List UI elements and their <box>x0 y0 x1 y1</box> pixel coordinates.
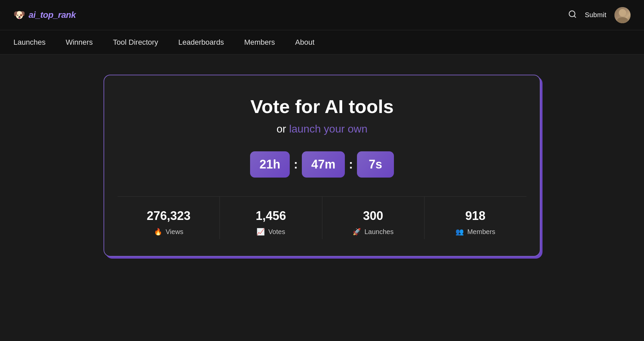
timer-minutes: 47m <box>302 151 345 178</box>
main-content: Vote for AI tools or launch your own 21h… <box>0 54 644 277</box>
hero-subtitle: or launch your own <box>277 123 367 135</box>
timer-sep-1: : <box>294 157 298 172</box>
navigation: Launches Winners Tool Directory Leaderbo… <box>0 30 644 54</box>
logo-text: ai_top_rank <box>29 10 76 20</box>
stat-votes-number: 1,456 <box>256 209 286 223</box>
votes-icon: 📈 <box>256 228 265 236</box>
stat-views: 276,323 🔥 Views <box>118 197 220 239</box>
rocket-icon: 🚀 <box>353 228 361 236</box>
stat-views-label-row: 🔥 Views <box>154 228 184 236</box>
stat-members-label: Members <box>467 228 495 236</box>
search-icon[interactable] <box>568 10 577 21</box>
timer-hours: 21h <box>250 151 290 178</box>
fire-icon: 🔥 <box>154 228 162 236</box>
countdown-timer: 21h : 47m : 7s <box>250 151 394 178</box>
nav-item-winners[interactable]: Winners <box>66 38 93 47</box>
logo-icon: 🐶 <box>13 9 25 21</box>
timer-sep-2: : <box>349 157 353 172</box>
members-icon: 👥 <box>455 228 464 236</box>
hero-subtitle-prefix: or <box>277 123 289 135</box>
stat-views-label: Views <box>166 228 184 236</box>
logo-area[interactable]: 🐶 ai_top_rank <box>13 9 76 21</box>
nav-item-launches[interactable]: Launches <box>13 38 45 47</box>
stats-row: 276,323 🔥 Views 1,456 📈 Votes 300 🚀 Laun… <box>118 196 526 239</box>
stat-launches-label: Launches <box>364 228 394 236</box>
stat-members-label-row: 👥 Members <box>455 228 495 236</box>
header: 🐶 ai_top_rank Submit <box>0 0 644 30</box>
stat-launches-number: 300 <box>363 209 383 223</box>
stat-launches-label-row: 🚀 Launches <box>353 228 394 236</box>
hero-title: Vote for AI tools <box>250 96 394 117</box>
nav-item-members[interactable]: Members <box>244 38 275 47</box>
nav-item-tool-directory[interactable]: Tool Directory <box>113 38 158 47</box>
avatar-image <box>614 7 631 23</box>
stat-members: 918 👥 Members <box>425 197 526 239</box>
nav-item-about[interactable]: About <box>295 38 315 47</box>
stat-votes-label: Votes <box>268 228 285 236</box>
stat-launches: 300 🚀 Launches <box>322 197 425 239</box>
stat-members-number: 918 <box>465 209 485 223</box>
header-right: Submit <box>568 7 631 23</box>
hero-launch-link[interactable]: launch your own <box>289 123 367 135</box>
nav-item-leaderboards[interactable]: Leaderboards <box>178 38 224 47</box>
hero-card: Vote for AI tools or launch your own 21h… <box>104 75 540 257</box>
avatar[interactable] <box>614 7 631 23</box>
stat-views-number: 276,323 <box>147 209 191 223</box>
svg-line-1 <box>574 16 576 17</box>
timer-seconds: 7s <box>357 151 394 178</box>
stat-votes-label-row: 📈 Votes <box>256 228 285 236</box>
stat-votes: 1,456 📈 Votes <box>220 197 322 239</box>
submit-button[interactable]: Submit <box>585 11 606 19</box>
